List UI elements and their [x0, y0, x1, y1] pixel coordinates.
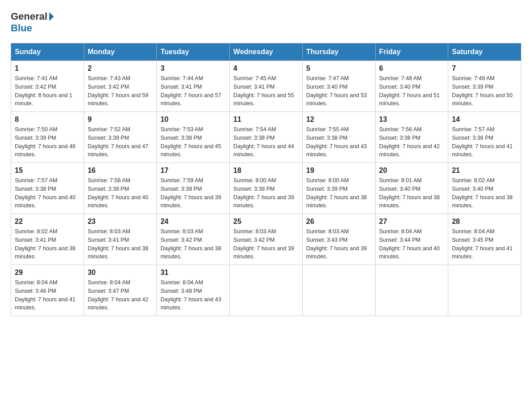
day-number: 25 — [233, 218, 299, 226]
calendar-cell: 8Sunrise: 7:50 AMSunset: 3:39 PMDaylight… — [11, 112, 84, 163]
logo: General Blue — [11, 11, 54, 34]
calendar-day-header: Monday — [84, 43, 157, 61]
calendar-cell: 19Sunrise: 8:00 AMSunset: 3:39 PMDayligh… — [302, 163, 375, 214]
calendar-day-header: Sunday — [11, 43, 84, 61]
calendar-day-header: Tuesday — [157, 43, 230, 61]
calendar-cell: 3Sunrise: 7:44 AMSunset: 3:41 PMDaylight… — [157, 61, 230, 112]
day-number: 20 — [379, 167, 445, 175]
calendar-cell: 25Sunrise: 8:03 AMSunset: 3:42 PMDayligh… — [230, 214, 303, 265]
day-info: Sunrise: 7:48 AMSunset: 3:40 PMDaylight:… — [379, 74, 445, 108]
calendar-week-row: 29Sunrise: 8:04 AMSunset: 3:46 PMDayligh… — [11, 265, 521, 316]
day-number: 19 — [306, 167, 372, 175]
day-number: 8 — [15, 116, 80, 124]
calendar-week-row: 15Sunrise: 7:57 AMSunset: 3:38 PMDayligh… — [11, 163, 521, 214]
day-number: 1 — [15, 64, 80, 73]
day-info: Sunrise: 8:02 AMSunset: 3:40 PMDaylight:… — [452, 176, 517, 210]
day-number: 18 — [233, 167, 299, 175]
day-number: 15 — [15, 167, 80, 175]
calendar-day-header: Thursday — [302, 43, 375, 61]
day-number: 2 — [88, 64, 153, 73]
calendar-week-row: 22Sunrise: 8:02 AMSunset: 3:41 PMDayligh… — [11, 214, 521, 265]
day-number: 9 — [88, 116, 153, 124]
calendar-day-header: Saturday — [448, 43, 521, 61]
calendar-cell: 12Sunrise: 7:55 AMSunset: 3:38 PMDayligh… — [302, 112, 375, 163]
day-info: Sunrise: 7:47 AMSunset: 3:40 PMDaylight:… — [306, 74, 372, 108]
page-header: General Blue — [11, 11, 521, 34]
day-number: 16 — [88, 167, 153, 175]
calendar-cell: 24Sunrise: 8:03 AMSunset: 3:42 PMDayligh… — [157, 214, 230, 265]
calendar-cell: 11Sunrise: 7:54 AMSunset: 3:38 PMDayligh… — [230, 112, 303, 163]
calendar-day-header: Wednesday — [230, 43, 303, 61]
day-info: Sunrise: 8:04 AMSunset: 3:48 PMDaylight:… — [160, 278, 226, 312]
day-number: 26 — [306, 218, 372, 226]
calendar-cell: 15Sunrise: 7:57 AMSunset: 3:38 PMDayligh… — [11, 163, 84, 214]
day-info: Sunrise: 7:54 AMSunset: 3:38 PMDaylight:… — [233, 125, 299, 159]
day-number: 5 — [306, 64, 372, 73]
day-info: Sunrise: 8:03 AMSunset: 3:41 PMDaylight:… — [88, 227, 153, 261]
calendar-cell: 9Sunrise: 7:52 AMSunset: 3:39 PMDaylight… — [84, 112, 157, 163]
calendar-cell — [375, 265, 448, 316]
day-info: Sunrise: 7:49 AMSunset: 3:39 PMDaylight:… — [452, 74, 517, 108]
calendar-cell: 23Sunrise: 8:03 AMSunset: 3:41 PMDayligh… — [84, 214, 157, 265]
day-number: 31 — [160, 269, 226, 277]
day-info: Sunrise: 7:43 AMSunset: 3:42 PMDaylight:… — [88, 74, 153, 108]
day-number: 24 — [160, 218, 226, 226]
calendar-table: SundayMondayTuesdayWednesdayThursdayFrid… — [11, 43, 521, 316]
logo-general-text: General — [11, 11, 47, 22]
day-info: Sunrise: 8:03 AMSunset: 3:42 PMDaylight:… — [233, 227, 299, 261]
day-info: Sunrise: 8:03 AMSunset: 3:43 PMDaylight:… — [306, 227, 372, 261]
day-number: 13 — [379, 116, 445, 124]
day-info: Sunrise: 8:04 AMSunset: 3:44 PMDaylight:… — [379, 227, 445, 261]
calendar-cell: 10Sunrise: 7:53 AMSunset: 3:38 PMDayligh… — [157, 112, 230, 163]
day-info: Sunrise: 7:52 AMSunset: 3:39 PMDaylight:… — [88, 125, 153, 159]
day-info: Sunrise: 8:04 AMSunset: 3:46 PMDaylight:… — [15, 278, 80, 312]
day-info: Sunrise: 7:58 AMSunset: 3:38 PMDaylight:… — [88, 176, 153, 210]
day-info: Sunrise: 7:56 AMSunset: 3:38 PMDaylight:… — [379, 125, 445, 159]
day-number: 7 — [452, 64, 517, 73]
day-info: Sunrise: 7:45 AMSunset: 3:41 PMDaylight:… — [233, 74, 299, 108]
calendar-cell: 30Sunrise: 8:04 AMSunset: 3:47 PMDayligh… — [84, 265, 157, 316]
day-number: 4 — [233, 64, 299, 73]
day-info: Sunrise: 8:04 AMSunset: 3:47 PMDaylight:… — [88, 278, 153, 312]
calendar-cell: 14Sunrise: 7:57 AMSunset: 3:38 PMDayligh… — [448, 112, 521, 163]
day-number: 23 — [88, 218, 153, 226]
day-number: 30 — [88, 269, 153, 277]
calendar-week-row: 1Sunrise: 7:41 AMSunset: 3:42 PMDaylight… — [11, 61, 521, 112]
logo-arrow-icon — [49, 12, 54, 21]
calendar-cell: 6Sunrise: 7:48 AMSunset: 3:40 PMDaylight… — [375, 61, 448, 112]
calendar-cell: 26Sunrise: 8:03 AMSunset: 3:43 PMDayligh… — [302, 214, 375, 265]
calendar-cell: 28Sunrise: 8:04 AMSunset: 3:45 PMDayligh… — [448, 214, 521, 265]
day-number: 29 — [15, 269, 80, 277]
day-info: Sunrise: 8:01 AMSunset: 3:40 PMDaylight:… — [379, 176, 445, 210]
day-number: 21 — [452, 167, 517, 175]
day-number: 14 — [452, 116, 517, 124]
day-info: Sunrise: 7:50 AMSunset: 3:39 PMDaylight:… — [15, 125, 80, 159]
calendar-cell: 16Sunrise: 7:58 AMSunset: 3:38 PMDayligh… — [84, 163, 157, 214]
calendar-cell: 21Sunrise: 8:02 AMSunset: 3:40 PMDayligh… — [448, 163, 521, 214]
day-info: Sunrise: 8:00 AMSunset: 3:39 PMDaylight:… — [306, 176, 372, 210]
calendar-cell: 29Sunrise: 8:04 AMSunset: 3:46 PMDayligh… — [11, 265, 84, 316]
day-number: 22 — [15, 218, 80, 226]
day-info: Sunrise: 7:57 AMSunset: 3:38 PMDaylight:… — [452, 125, 517, 159]
day-number: 17 — [160, 167, 226, 175]
day-info: Sunrise: 8:00 AMSunset: 3:39 PMDaylight:… — [233, 176, 299, 210]
calendar-cell: 20Sunrise: 8:01 AMSunset: 3:40 PMDayligh… — [375, 163, 448, 214]
day-info: Sunrise: 7:57 AMSunset: 3:38 PMDaylight:… — [15, 176, 80, 210]
calendar-day-header: Friday — [375, 43, 448, 61]
day-number: 6 — [379, 64, 445, 73]
day-number: 27 — [379, 218, 445, 226]
day-number: 28 — [452, 218, 517, 226]
calendar-cell: 5Sunrise: 7:47 AMSunset: 3:40 PMDaylight… — [302, 61, 375, 112]
calendar-header-row: SundayMondayTuesdayWednesdayThursdayFrid… — [11, 43, 521, 61]
calendar-cell: 31Sunrise: 8:04 AMSunset: 3:48 PMDayligh… — [157, 265, 230, 316]
calendar-cell: 18Sunrise: 8:00 AMSunset: 3:39 PMDayligh… — [230, 163, 303, 214]
calendar-cell: 1Sunrise: 7:41 AMSunset: 3:42 PMDaylight… — [11, 61, 84, 112]
day-info: Sunrise: 8:02 AMSunset: 3:41 PMDaylight:… — [15, 227, 80, 261]
day-number: 10 — [160, 116, 226, 124]
day-info: Sunrise: 7:41 AMSunset: 3:42 PMDaylight:… — [15, 74, 80, 108]
calendar-cell: 2Sunrise: 7:43 AMSunset: 3:42 PMDaylight… — [84, 61, 157, 112]
calendar-cell: 13Sunrise: 7:56 AMSunset: 3:38 PMDayligh… — [375, 112, 448, 163]
day-info: Sunrise: 7:44 AMSunset: 3:41 PMDaylight:… — [160, 74, 226, 108]
calendar-cell: 22Sunrise: 8:02 AMSunset: 3:41 PMDayligh… — [11, 214, 84, 265]
day-number: 12 — [306, 116, 372, 124]
